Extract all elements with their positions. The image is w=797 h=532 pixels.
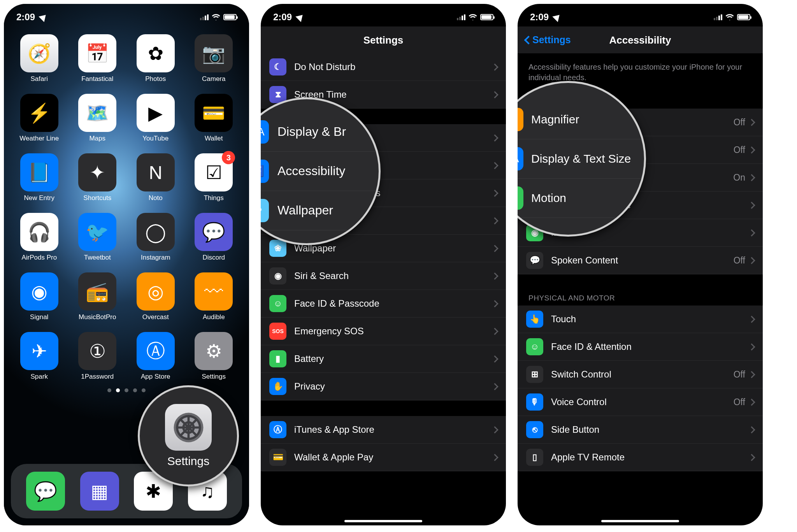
row-icon: 🎙 — [526, 393, 543, 411]
status-time: 2:09 — [16, 12, 35, 23]
dock-app-widget[interactable]: ▦ — [80, 472, 119, 511]
app-icon: 🗺️ — [78, 94, 116, 132]
row-icon: ◉ — [269, 267, 286, 284]
row-label: Screen Time — [294, 89, 492, 100]
app-label: Camera — [202, 75, 225, 83]
app-new-entry[interactable]: 📘New Entry — [14, 153, 65, 202]
row-icon: 👆 — [526, 311, 543, 328]
settings-row-voice-control[interactable]: 🎙Voice ControlOff — [518, 388, 763, 416]
row-label: Wallet & Apple Pay — [294, 452, 492, 463]
app-camera[interactable]: 📷Camera — [189, 34, 239, 83]
page-title: Settings — [261, 26, 506, 53]
zoom-row-accessibility[interactable]: ♿Accessibility — [261, 152, 379, 191]
chevron-right-icon — [491, 217, 498, 224]
app-label: Fantastical — [81, 75, 113, 83]
app-icon: ✿ — [137, 34, 175, 72]
settings-row-privacy[interactable]: ✋Privacy — [261, 373, 506, 400]
settings-row-face-id-passcode[interactable]: ☺Face ID & Passcode — [261, 290, 506, 318]
cellular-icon — [200, 14, 209, 20]
app-overcast[interactable]: ◎Overcast — [130, 272, 181, 321]
chevron-right-icon — [748, 426, 755, 433]
settings-row-emergency-sos[interactable]: SOSEmergency SOS — [261, 318, 506, 345]
app-safari[interactable]: 🧭Safari — [14, 34, 65, 83]
settings-row-side-button[interactable]: ⎋Side Button — [518, 416, 763, 444]
app-label: YouTube — [142, 135, 169, 142]
chevron-right-icon — [748, 257, 755, 264]
app-airpods-pro[interactable]: 🎧AirPods Pro — [14, 213, 65, 262]
zoom-row-magnifier[interactable]: ⊕Magnifier — [518, 100, 644, 139]
zoom-row-motion[interactable]: ◉Motion — [518, 179, 644, 218]
app-app-store[interactable]: ⒶApp Store — [130, 332, 181, 381]
app-wallet[interactable]: 💳Wallet — [189, 94, 239, 142]
app-musicbotpro[interactable]: 📻MusicBotPro — [72, 272, 123, 321]
zoom-callout-settings: Settings — [138, 385, 239, 486]
app-icon: ① — [78, 332, 116, 370]
app-fantastical[interactable]: 📅Fantastical — [72, 34, 123, 83]
row-icon: ⊞ — [526, 366, 543, 383]
zoom-row-display-text-size[interactable]: AADisplay & Text Size — [518, 139, 644, 179]
app-discord[interactable]: 💬Discord — [189, 213, 239, 262]
app-tweetbot[interactable]: 🐦Tweetbot — [72, 213, 123, 262]
app-icon: ✈ — [20, 332, 58, 370]
row-label: Touch — [551, 314, 749, 325]
app-signal[interactable]: ◉Signal — [14, 272, 65, 321]
settings-row-spoken-content[interactable]: 💬Spoken ContentOff — [518, 247, 763, 274]
status-bar: 2:09 — [518, 4, 763, 26]
settings-row-switch-control[interactable]: ⊞Switch ControlOff — [518, 361, 763, 388]
app-label: Wallet — [205, 135, 223, 142]
app-instagram[interactable]: ◯Instagram — [130, 213, 181, 262]
status-bar: 2:09 — [261, 4, 506, 26]
app-icon: ▶ — [137, 94, 175, 132]
settings-row-itunes-app-store[interactable]: ⒶiTunes & App Store — [261, 416, 506, 444]
app-settings[interactable]: ⚙Settings — [189, 332, 239, 381]
app-icon: ◉ — [20, 272, 58, 311]
app-maps[interactable]: 🗺️Maps — [72, 94, 123, 142]
accessibility-panel: 2:09 Settings Accessibility Accessibilit… — [518, 4, 763, 525]
home-screen-panel: 2:09 🧭Safari📅Fantastical✿Photos📷Camera⚡W… — [4, 4, 249, 525]
chevron-right-icon — [491, 190, 498, 197]
row-value: Off — [734, 255, 745, 266]
settings-row-wallet-apple-pay[interactable]: 💳Wallet & Apple Pay — [261, 444, 506, 471]
row-value: On — [733, 172, 745, 183]
battery-icon — [737, 14, 750, 20]
settings-app-icon-large[interactable] — [165, 404, 212, 451]
chevron-right-icon — [491, 91, 498, 98]
app-spark[interactable]: ✈Spark — [14, 332, 65, 381]
apps-grid: 🧭Safari📅Fantastical✿Photos📷Camera⚡Weathe… — [4, 26, 249, 381]
app-weather-line[interactable]: ⚡Weather Line — [14, 94, 65, 142]
settings-row-touch[interactable]: 👆Touch — [518, 306, 763, 333]
chevron-left-icon — [524, 35, 533, 44]
app-audible[interactable]: 〰Audible — [189, 272, 239, 321]
row-icon: ❀ — [269, 240, 286, 257]
battery-icon — [480, 14, 493, 20]
chevron-right-icon — [491, 300, 498, 307]
app-photos[interactable]: ✿Photos — [130, 34, 181, 83]
row-label: Spoken Content — [551, 255, 734, 266]
home-indicator[interactable] — [601, 520, 679, 522]
settings-row-do-not-disturb[interactable]: ☾Do Not Disturb — [261, 53, 506, 81]
app-label: Signal — [30, 313, 48, 321]
row-icon: ☾ — [269, 58, 286, 75]
row-label: Emergency SOS — [294, 326, 492, 337]
app-things[interactable]: ☑3Things — [189, 153, 239, 202]
settings-row-face-id-attention[interactable]: ☺Face ID & Attention — [518, 333, 763, 361]
home-indicator[interactable] — [344, 520, 422, 522]
chevron-right-icon — [748, 146, 755, 153]
app-shortcuts[interactable]: ✦Shortcuts — [72, 153, 123, 202]
back-button[interactable]: Settings — [525, 34, 571, 46]
location-icon — [552, 12, 562, 22]
row-icon: ▯ — [526, 449, 543, 466]
chevron-right-icon — [491, 63, 498, 70]
app-youtube[interactable]: ▶YouTube — [130, 94, 181, 142]
settings-row-battery[interactable]: ▮Battery — [261, 345, 506, 373]
app-icon: Ⓐ — [137, 332, 175, 370]
wifi-icon — [212, 12, 220, 23]
app-label: Weather Line — [19, 135, 59, 142]
dock-app-messages[interactable]: 💬 — [26, 472, 65, 511]
app-1password[interactable]: ①1Password — [72, 332, 123, 381]
settings-row-siri-search[interactable]: ◉Siri & Search — [261, 262, 506, 290]
app-noto[interactable]: NNoto — [130, 153, 181, 202]
row-icon: Ⓐ — [269, 421, 286, 438]
settings-row-apple-tv-remote[interactable]: ▯Apple TV Remote — [518, 444, 763, 471]
chevron-right-icon — [491, 245, 498, 252]
